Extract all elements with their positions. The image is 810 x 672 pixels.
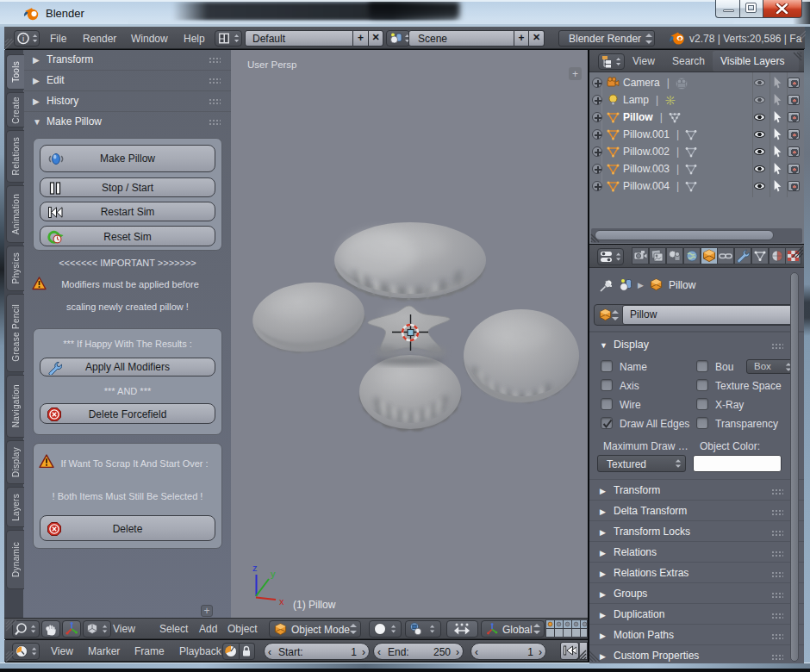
svg-text:+: + <box>572 68 578 80</box>
svg-text:(1) Pillow: (1) Pillow <box>293 599 336 611</box>
svg-text:i: i <box>22 34 24 43</box>
svg-text:y: y <box>271 569 276 579</box>
svg-text:z: z <box>252 563 258 573</box>
svg-text:x: x <box>279 596 284 607</box>
svg-text:User Persp: User Persp <box>247 59 297 70</box>
